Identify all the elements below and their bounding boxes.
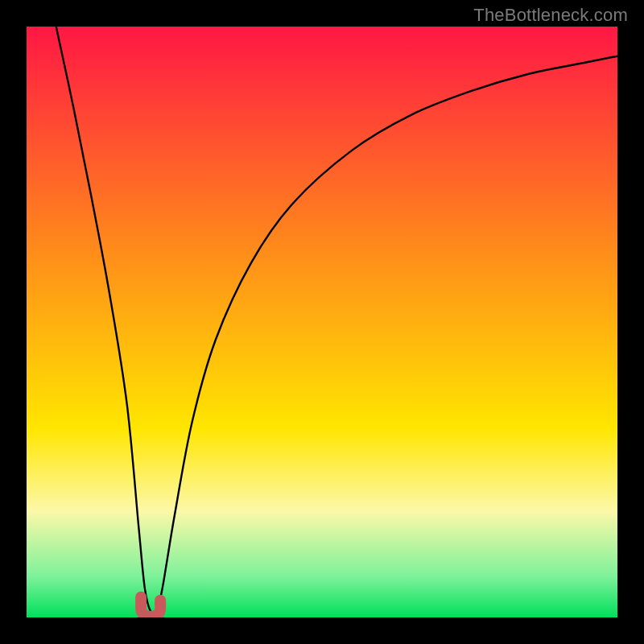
optimal-marker	[27, 27, 617, 617]
plot-area	[27, 27, 617, 617]
chart-frame: TheBottleneck.com	[0, 0, 644, 644]
watermark-text: TheBottleneck.com	[473, 5, 628, 26]
